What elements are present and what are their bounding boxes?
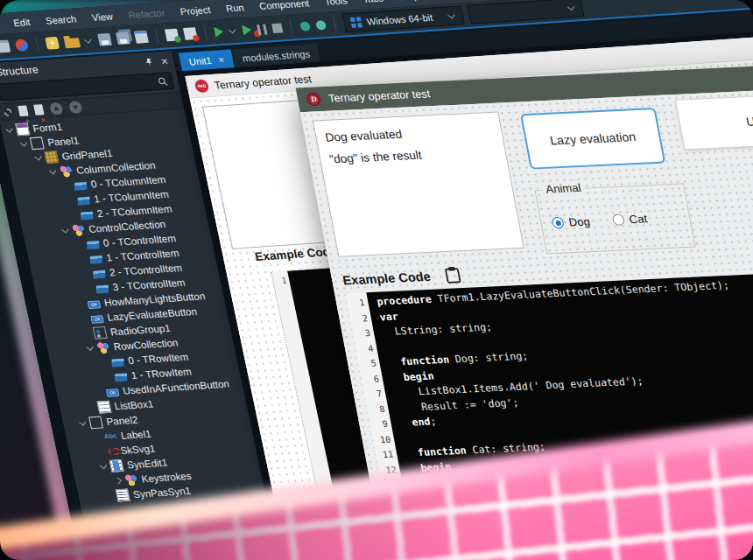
result-listbox[interactable]: Dog evaluated"dog" is the result [313, 112, 524, 257]
open-project-icon[interactable] [134, 31, 149, 44]
trace-into-icon[interactable] [299, 21, 311, 32]
coll-icon [59, 164, 74, 178]
toolbar-separator [289, 19, 293, 35]
tree-item-label: GridPanel1 [60, 147, 113, 161]
box-icon [90, 255, 102, 263]
syn-icon [109, 459, 124, 472]
run-icon[interactable] [214, 26, 224, 38]
menu-item-component[interactable]: Component [250, 0, 318, 12]
delete-item-icon[interactable] [33, 104, 44, 116]
radio-label: Cat [628, 212, 648, 226]
lazy-evaluation-button[interactable]: Lazy evaluation [520, 108, 665, 170]
tree-item-label: SkSvg1 [119, 443, 156, 456]
move-down-icon[interactable] [68, 101, 83, 114]
tree-spacer [107, 493, 113, 498]
search-icon [157, 76, 168, 87]
chevron-down-icon [447, 11, 454, 18]
add-window-icon[interactable] [165, 29, 179, 42]
line-number: 9 [369, 416, 392, 432]
palette-icon[interactable] [0, 40, 11, 53]
menu-item-search[interactable]: Search [37, 13, 85, 26]
chevron-down-icon[interactable] [229, 26, 236, 33]
tree-spacer [88, 405, 94, 410]
theme-icon[interactable] [14, 38, 29, 52]
rad-studio-icon: RAD [194, 79, 209, 93]
radio-cat[interactable]: Cat [611, 212, 648, 227]
run-debug-icon[interactable] [242, 24, 252, 36]
tree-item-label: ListBox1 [114, 398, 155, 411]
menu-item-help[interactable]: Help [390, 0, 427, 3]
tree-spacer [80, 256, 86, 262]
coll-icon [95, 340, 110, 354]
tree-chevron-icon[interactable] [79, 418, 86, 425]
tree-chevron-icon[interactable] [49, 167, 56, 174]
pin-icon[interactable] [144, 57, 155, 67]
example-code-label: Example Code [341, 269, 432, 287]
pas-icon [116, 488, 130, 501]
menu-item-project[interactable]: Project [172, 4, 220, 17]
tree-chevron-icon[interactable] [114, 477, 121, 484]
radio-dog[interactable]: Dog [551, 214, 591, 229]
tree-spacer [96, 389, 102, 395]
open-folder-icon[interactable] [64, 38, 81, 48]
tree-item-label: Form1 [32, 121, 63, 133]
step-over-icon[interactable] [315, 20, 327, 31]
box-icon [96, 284, 109, 293]
tree-spacer [97, 449, 103, 454]
stop-icon[interactable] [271, 23, 283, 33]
tree-item-label: SynPasSyn1 [132, 485, 192, 499]
tree-spacer [67, 198, 74, 203]
close-icon[interactable]: × [160, 55, 169, 66]
menu-item-refactor[interactable]: Refactor [119, 7, 173, 21]
tree-chevron-icon[interactable] [34, 153, 41, 160]
remove-window-icon[interactable] [183, 27, 198, 40]
menu-item-tools[interactable]: Tools [316, 0, 356, 8]
tree-chevron-icon[interactable] [20, 139, 27, 146]
box-icon [93, 270, 105, 278]
tree-spacer [70, 212, 76, 217]
tab-label: Unit1 [188, 55, 213, 67]
tree-chevron-icon[interactable] [61, 226, 68, 233]
tree-chevron-icon[interactable] [86, 343, 93, 350]
target-platform-value: Windows 64-bit [366, 11, 445, 27]
clipboard-icon[interactable] [443, 265, 463, 284]
line-number: 4 [355, 340, 378, 356]
save-icon[interactable] [97, 33, 112, 46]
tree-spacer [94, 434, 100, 439]
example-code-label-row: Example Code [341, 265, 462, 289]
tree-spacer [82, 271, 88, 276]
new-items-icon[interactable] [45, 37, 60, 50]
menu-item-tabs[interactable]: Tabs [354, 0, 392, 5]
chevron-down-icon[interactable] [84, 36, 91, 43]
panel-icon [88, 416, 103, 429]
line-number: 6 [360, 371, 384, 387]
target-platform-select[interactable]: Windows 64-bit [342, 5, 465, 32]
toolbar-separator [155, 28, 159, 44]
build-config-select[interactable] [467, 0, 584, 24]
tree-chevron-icon[interactable] [5, 125, 12, 132]
tree-chevron-icon[interactable] [100, 461, 107, 468]
tree-spacer [84, 331, 90, 336]
pause-icon[interactable] [257, 24, 267, 35]
line-number: 5 [357, 355, 381, 371]
save-all-icon[interactable] [116, 32, 130, 45]
tree-spacer [78, 301, 84, 306]
menu-item-run[interactable]: Run [217, 2, 253, 14]
chevron-down-icon [567, 4, 574, 10]
used-in-a-function-button[interactable]: Used in a function [675, 88, 753, 150]
animal-radio-group: Animal DogCat [534, 183, 695, 254]
label-icon [103, 430, 118, 443]
tree-spacer [104, 374, 110, 379]
menu-item-edit[interactable]: Edit [4, 16, 39, 28]
add-item-icon[interactable] [18, 105, 28, 116]
tree-spacer [64, 183, 70, 188]
menu-item-view[interactable]: View [83, 10, 122, 24]
tree-item-label: Label1 [120, 428, 152, 440]
radio-label: Dog [567, 214, 591, 228]
btn-icon [90, 315, 104, 324]
move-up-icon[interactable] [49, 102, 64, 116]
list-icon [96, 400, 111, 413]
tab-close-icon[interactable]: × [217, 54, 225, 65]
btn-icon [87, 300, 101, 309]
gear-icon[interactable] [4, 108, 13, 116]
